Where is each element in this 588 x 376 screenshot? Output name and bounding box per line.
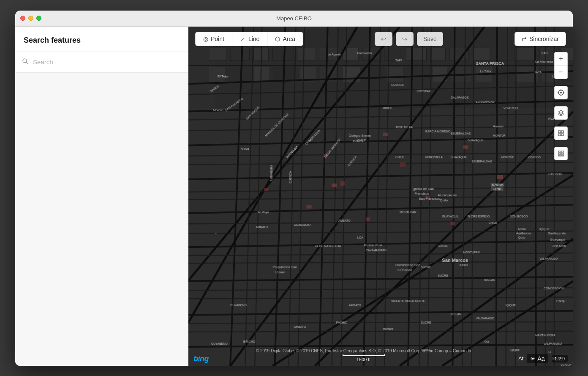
sync-button[interactable]: ⇄ Sincronizar (514, 32, 566, 46)
point-icon: ◎ (203, 36, 208, 42)
search-input[interactable] (33, 58, 181, 66)
app-body: Search features (15, 27, 573, 366)
zoom-in-button[interactable]: + (554, 52, 568, 66)
sun-icon: ☀ (530, 355, 536, 362)
svg-rect-21 (209, 67, 225, 82)
svg-rect-97 (366, 217, 370, 221)
bing-logo: bing (193, 354, 209, 363)
custom-control-2[interactable] (554, 147, 568, 160)
minimize-button[interactable] (28, 16, 33, 21)
svg-rect-7 (298, 48, 315, 60)
scale-text: 1500 ft (357, 357, 371, 362)
status-icons: ☀ Aa (527, 354, 548, 363)
svg-rect-8 (319, 48, 338, 60)
svg-rect-225 (558, 151, 564, 152)
map-toolbar: ◎ Point ⟋ Line ⬡ Area ↩ ↪ Save (188, 32, 573, 46)
svg-rect-13 (430, 48, 445, 60)
svg-rect-3 (209, 48, 226, 60)
area-label: Area (283, 36, 295, 42)
toolbar-history: ↩ ↪ Save (375, 32, 443, 46)
svg-line-53 (496, 27, 497, 366)
svg-rect-15 (473, 48, 490, 60)
close-button[interactable] (20, 16, 25, 21)
point-tool-button[interactable]: ◎ Point (195, 32, 232, 46)
undo-button[interactable]: ↩ (375, 32, 392, 46)
redo-button[interactable]: ↪ (396, 32, 414, 46)
map-attribution: © 2019 DigitalGlobe, © 2019 CNES, Earths… (217, 349, 510, 353)
svg-rect-98 (307, 205, 312, 209)
svg-rect-93 (332, 183, 337, 187)
map-area[interactable]: BAÑOS SAN PACHECO SAN ROQUE MANUEL DE QU… (188, 27, 573, 366)
sidebar-title: Search features (24, 36, 180, 45)
svg-rect-20 (188, 65, 573, 66)
svg-rect-227 (558, 155, 564, 156)
version-badge: 1.2.9 (552, 355, 568, 362)
zoom-controls: + − (554, 52, 568, 79)
svg-rect-17 (514, 48, 536, 60)
svg-rect-100 (425, 196, 430, 200)
toolbar-right: ⇄ Sincronizar (514, 32, 566, 46)
svg-rect-103 (383, 132, 388, 136)
map-bottom-bar: bing © 2019 DigitalGlobe, © 2019 CNES, E… (188, 346, 573, 366)
search-icon (22, 58, 29, 66)
locate-button[interactable] (554, 86, 568, 99)
sync-label: Sincronizar (529, 36, 559, 42)
custom-control-1[interactable] (554, 126, 568, 140)
scale-bar (343, 354, 385, 356)
svg-rect-102 (450, 222, 455, 225)
svg-rect-94 (340, 181, 345, 185)
svg-rect-12 (406, 48, 426, 60)
search-bar (15, 52, 188, 73)
line-tool-button[interactable]: ⟋ Line (232, 32, 267, 46)
sidebar: Search features (15, 27, 188, 366)
traffic-lights (20, 16, 41, 21)
map-bottom-right: At ☀ Aa 1.2.9 (518, 354, 568, 363)
area-icon: ⬡ (275, 36, 280, 42)
area-tool-button[interactable]: ⬡ Area (267, 32, 303, 46)
at-label: At (518, 355, 523, 362)
svg-rect-101 (497, 175, 503, 178)
svg-line-91 (545, 27, 546, 366)
svg-rect-96 (463, 145, 468, 148)
svg-rect-226 (558, 153, 564, 154)
svg-rect-30 (407, 67, 428, 82)
point-label: Point (211, 36, 224, 42)
svg-rect-95 (400, 162, 406, 166)
sidebar-content (15, 73, 188, 366)
svg-rect-221 (558, 131, 561, 133)
toolbar-draw-tools: ◎ Point ⟋ Line ⬡ Area (195, 32, 303, 46)
map-controls-right: + − (554, 52, 568, 160)
title-bar: Mapeo CEIBO (15, 11, 573, 27)
svg-rect-6 (272, 48, 294, 60)
svg-rect-223 (558, 134, 561, 136)
svg-rect-35 (516, 67, 538, 82)
map-scale: 1500 ft (343, 354, 385, 362)
svg-rect-99 (264, 187, 268, 191)
sidebar-header: Search features (15, 27, 188, 52)
maximize-button[interactable] (36, 16, 41, 21)
svg-point-220 (560, 92, 562, 93)
svg-rect-29 (387, 67, 403, 82)
layers-button[interactable] (554, 106, 568, 120)
svg-line-1 (26, 62, 28, 64)
line-icon: ⟋ (240, 36, 246, 42)
window-title: Mapeo CEIBO (276, 15, 312, 22)
svg-rect-104 (324, 154, 328, 157)
save-button[interactable]: Save (417, 32, 443, 46)
sync-icon: ⇄ (522, 36, 527, 42)
line-label: Line (248, 36, 259, 42)
svg-rect-11 (385, 48, 402, 60)
svg-rect-22 (229, 67, 250, 82)
svg-rect-4 (230, 48, 249, 60)
zoom-out-button[interactable]: − (554, 66, 568, 79)
text-size-icon: Aa (537, 355, 544, 362)
svg-rect-222 (561, 131, 564, 133)
svg-rect-224 (561, 134, 564, 136)
app-window: Mapeo CEIBO Search features (15, 11, 573, 366)
